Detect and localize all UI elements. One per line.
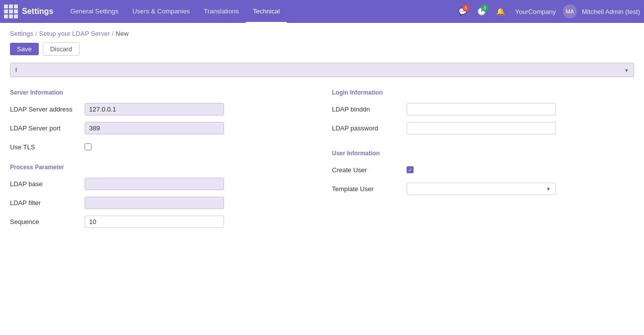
breadcrumb-sep2: / xyxy=(112,30,114,37)
create-user-row: Create User ✓ xyxy=(332,163,634,177)
ldap-binddn-input[interactable] xyxy=(407,103,556,115)
use-tls-label: Use TLS xyxy=(10,143,85,151)
ldap-port-row: LDAP Server port xyxy=(10,121,312,135)
brand-label: Settings xyxy=(22,7,53,16)
create-user-label: Create User xyxy=(332,166,407,174)
activity-badge: 3 xyxy=(481,4,488,11)
ldap-address-label: LDAP Server address xyxy=(10,106,85,113)
chat-badge: 5 xyxy=(462,4,469,11)
server-select-wrapper: l xyxy=(10,63,634,77)
right-column: Login Information LDAP binddn LDAP passw… xyxy=(332,87,634,233)
server-info-header: Server Information xyxy=(10,89,312,96)
ldap-binddn-row: LDAP binddn xyxy=(332,102,634,116)
user-info-section: User Information Create User ✓ Template … xyxy=(332,150,634,196)
user-label[interactable]: Mitchell Admin (test) xyxy=(582,8,640,15)
left-column: Server Information LDAP Server address L… xyxy=(10,87,312,233)
ldap-base-row: LDAP base xyxy=(10,177,312,191)
top-nav: Settings General Settings Users & Compan… xyxy=(0,0,644,23)
breadcrumb-setup[interactable]: Setup your LDAP Server xyxy=(39,30,110,37)
activity-icon[interactable]: 🕐 3 xyxy=(473,3,489,19)
ldap-filter-row: LDAP filter xyxy=(10,196,312,210)
template-user-select-wrapper xyxy=(407,183,556,195)
breadcrumb-settings[interactable]: Settings xyxy=(10,30,33,37)
template-user-select[interactable] xyxy=(407,183,556,195)
action-bar: Save Discard xyxy=(0,37,644,63)
nav-menu: General Settings Users & Companies Trans… xyxy=(63,0,454,23)
ldap-filter-label: LDAP filter xyxy=(10,199,85,207)
ldap-port-label: LDAP Server port xyxy=(10,124,85,132)
nav-technical[interactable]: Technical xyxy=(246,0,287,23)
avatar: MA xyxy=(563,4,577,18)
nav-general[interactable]: General Settings xyxy=(63,0,125,23)
user-info-header: User Information xyxy=(332,150,634,157)
template-user-row: Template User xyxy=(332,182,634,196)
ldap-password-label: LDAP password xyxy=(332,124,407,132)
ldap-filter-input[interactable] xyxy=(85,197,224,209)
nav-right: 💬 5 🕐 3 🔔 YourCompany MA Mitchell Admin … xyxy=(454,3,640,19)
template-user-label: Template User xyxy=(332,185,407,193)
server-select[interactable]: l xyxy=(10,63,634,77)
nav-users[interactable]: Users & Companies xyxy=(125,0,197,23)
ldap-password-row: LDAP password xyxy=(332,121,634,135)
process-section: Process Parameter LDAP base LDAP filter … xyxy=(10,164,312,228)
breadcrumb-current: New xyxy=(115,30,128,37)
company-label[interactable]: YourCompany xyxy=(515,8,556,15)
ldap-address-input[interactable] xyxy=(85,103,224,115)
ldap-base-label: LDAP base xyxy=(10,180,85,188)
apps-icon[interactable] xyxy=(4,4,18,18)
login-info-header: Login Information xyxy=(332,89,634,96)
use-tls-row: Use TLS xyxy=(10,140,312,154)
process-param-header: Process Parameter xyxy=(10,164,312,171)
server-select-wrap: l xyxy=(10,63,634,77)
discuss-icon[interactable]: 💬 5 xyxy=(454,3,470,19)
breadcrumb-sep1: / xyxy=(35,30,37,37)
ldap-base-input[interactable] xyxy=(85,178,224,190)
sequence-label: Sequence xyxy=(10,218,85,225)
discard-button[interactable]: Discard xyxy=(43,42,80,56)
notification-icon[interactable]: 🔔 xyxy=(492,3,508,19)
form-columns: Server Information LDAP Server address L… xyxy=(10,87,634,233)
save-button[interactable]: Save xyxy=(10,43,39,55)
create-user-checkbox[interactable]: ✓ xyxy=(407,166,414,173)
use-tls-checkbox[interactable] xyxy=(85,143,92,150)
sequence-input[interactable] xyxy=(85,216,224,228)
ldap-binddn-label: LDAP binddn xyxy=(332,106,407,113)
breadcrumb: Settings / Setup your LDAP Server / New xyxy=(0,23,644,37)
main-content: Settings / Setup your LDAP Server / New … xyxy=(0,23,644,335)
ldap-address-row: LDAP Server address xyxy=(10,102,312,116)
sequence-row: Sequence xyxy=(10,215,312,228)
nav-translations[interactable]: Translations xyxy=(197,0,246,23)
ldap-port-input[interactable] xyxy=(85,122,224,134)
form-container: l Server Information LDAP Server address… xyxy=(0,63,644,248)
ldap-password-input[interactable] xyxy=(407,122,556,134)
